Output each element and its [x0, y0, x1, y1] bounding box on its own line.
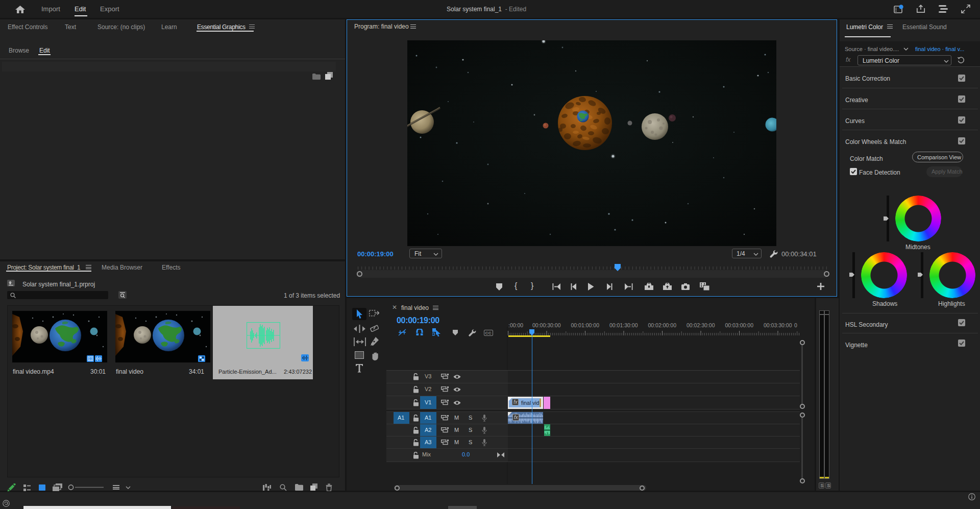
svg-text:00:01:00:00: 00:01:00:00 — [571, 322, 600, 328]
svg-text:00:03:30:00: 00:03:30:00 — [764, 322, 792, 328]
svg-text:00:03:00:00: 00:03:00:00 — [725, 322, 754, 328]
svg-text:00:01:30:00: 00:01:30:00 — [609, 322, 638, 328]
svg-text:00:00:30:00: 00:00:30:00 — [532, 322, 561, 328]
svg-text:00:02:30:00: 00:02:30:00 — [687, 322, 715, 328]
svg-text:00:02:00:00: 00:02:00:00 — [648, 322, 677, 328]
svg-text:0: 0 — [794, 322, 797, 328]
svg-text::00:00: :00:00 — [508, 322, 523, 328]
